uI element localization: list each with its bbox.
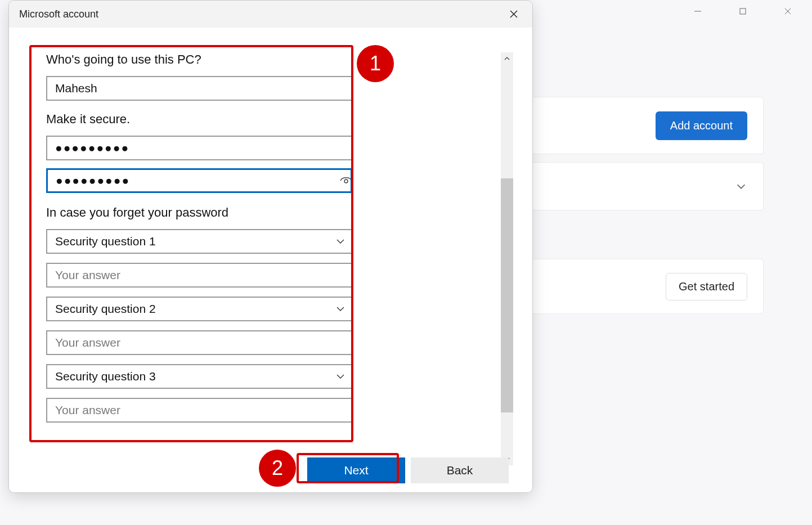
svg-point-6 xyxy=(344,180,348,183)
minimize-icon xyxy=(694,7,702,15)
chevron-down-icon xyxy=(335,304,346,314)
security-question-1-select[interactable]: Security question 1 xyxy=(46,229,352,254)
security-answer-3-input[interactable] xyxy=(46,398,352,423)
microsoft-account-dialog: Microsoft account Who's going to use thi… xyxy=(8,0,533,493)
eye-icon xyxy=(339,176,353,186)
chevron-up-icon xyxy=(504,55,510,62)
chevron-down-icon xyxy=(335,236,346,246)
svg-rect-1 xyxy=(740,8,746,14)
section-user-heading: Who's going to use this PC? xyxy=(46,52,361,67)
close-icon xyxy=(784,7,792,15)
reveal-password-button[interactable] xyxy=(339,175,353,186)
username-input[interactable] xyxy=(46,76,352,101)
dialog-action-bar: Next Back xyxy=(307,457,509,483)
security-question-2-select[interactable]: Security question 2 xyxy=(46,297,352,321)
close-window-button[interactable] xyxy=(775,2,801,20)
chevron-down-icon xyxy=(735,180,747,192)
window-controls xyxy=(685,0,812,27)
security-answer-2-input[interactable] xyxy=(46,330,352,355)
scroll-up-button[interactable] xyxy=(501,52,513,65)
account-form: Who's going to use this PC? Make it secu… xyxy=(46,52,361,423)
close-icon xyxy=(509,10,518,19)
dialog-body: Who's going to use this PC? Make it secu… xyxy=(9,28,532,492)
maximize-icon xyxy=(739,7,747,15)
get-started-button[interactable]: Get started xyxy=(666,273,747,300)
confirm-password-input[interactable] xyxy=(46,168,352,193)
security-answer-1-input[interactable] xyxy=(46,263,352,288)
section-secure-heading: Make it secure. xyxy=(46,112,361,127)
maximize-button[interactable] xyxy=(730,2,756,20)
dialog-close-button[interactable] xyxy=(501,5,527,23)
dialog-title: Microsoft account xyxy=(9,1,532,28)
scrollbar-track[interactable] xyxy=(501,52,513,465)
back-button[interactable]: Back xyxy=(411,457,509,483)
scrollbar-thumb[interactable] xyxy=(501,178,513,412)
chevron-down-icon xyxy=(335,371,346,382)
security-question-3-select[interactable]: Security question 3 xyxy=(46,364,352,389)
minimize-button[interactable] xyxy=(685,2,711,20)
section-forget-heading: In case you forget your password xyxy=(46,205,361,220)
add-account-button[interactable]: Add account xyxy=(656,111,747,140)
password-input[interactable] xyxy=(46,136,352,160)
next-button[interactable]: Next xyxy=(307,457,405,483)
